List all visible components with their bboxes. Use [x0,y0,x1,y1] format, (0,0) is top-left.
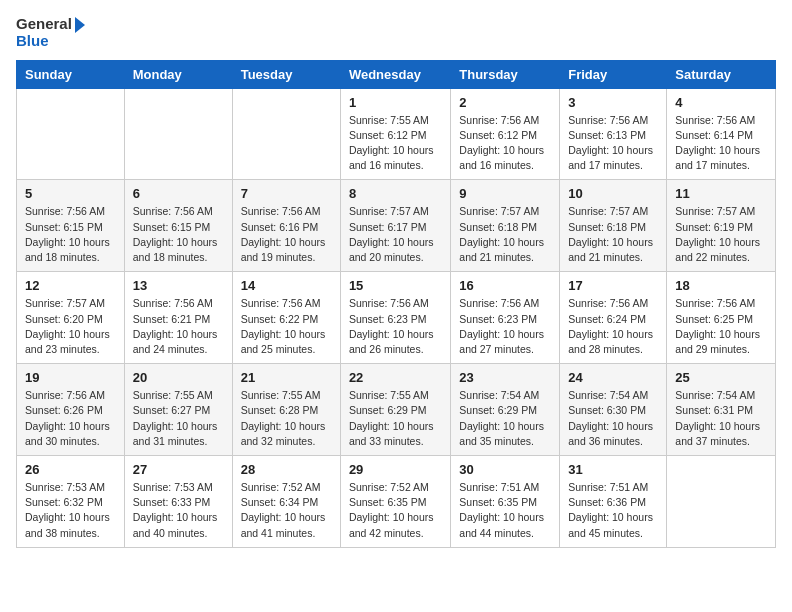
day-number: 21 [241,370,332,385]
day-number: 15 [349,278,442,293]
col-header-sunday: Sunday [17,60,125,88]
day-info: Sunrise: 7:51 AMSunset: 6:36 PMDaylight:… [568,480,658,541]
day-info: Sunrise: 7:53 AMSunset: 6:33 PMDaylight:… [133,480,224,541]
col-header-wednesday: Wednesday [340,60,450,88]
day-info: Sunrise: 7:56 AMSunset: 6:24 PMDaylight:… [568,296,658,357]
day-number: 5 [25,186,116,201]
logo-arrow-icon [75,17,85,33]
calendar-cell: 29Sunrise: 7:52 AMSunset: 6:35 PMDayligh… [340,456,450,548]
page-header: General Blue [16,16,776,50]
calendar-cell [124,88,232,180]
day-number: 31 [568,462,658,477]
day-number: 20 [133,370,224,385]
calendar-cell: 13Sunrise: 7:56 AMSunset: 6:21 PMDayligh… [124,272,232,364]
day-info: Sunrise: 7:55 AMSunset: 6:28 PMDaylight:… [241,388,332,449]
calendar-header-row: SundayMondayTuesdayWednesdayThursdayFrid… [17,60,776,88]
calendar-cell: 20Sunrise: 7:55 AMSunset: 6:27 PMDayligh… [124,364,232,456]
col-header-tuesday: Tuesday [232,60,340,88]
calendar-week-row: 12Sunrise: 7:57 AMSunset: 6:20 PMDayligh… [17,272,776,364]
day-info: Sunrise: 7:57 AMSunset: 6:17 PMDaylight:… [349,204,442,265]
day-number: 7 [241,186,332,201]
day-number: 19 [25,370,116,385]
calendar-cell: 16Sunrise: 7:56 AMSunset: 6:23 PMDayligh… [451,272,560,364]
calendar-cell: 23Sunrise: 7:54 AMSunset: 6:29 PMDayligh… [451,364,560,456]
col-header-monday: Monday [124,60,232,88]
day-number: 9 [459,186,551,201]
day-info: Sunrise: 7:52 AMSunset: 6:34 PMDaylight:… [241,480,332,541]
calendar-cell: 18Sunrise: 7:56 AMSunset: 6:25 PMDayligh… [667,272,776,364]
col-header-thursday: Thursday [451,60,560,88]
day-number: 26 [25,462,116,477]
calendar-cell: 24Sunrise: 7:54 AMSunset: 6:30 PMDayligh… [560,364,667,456]
calendar-cell: 11Sunrise: 7:57 AMSunset: 6:19 PMDayligh… [667,180,776,272]
calendar-cell: 28Sunrise: 7:52 AMSunset: 6:34 PMDayligh… [232,456,340,548]
calendar-cell [17,88,125,180]
logo: General Blue [16,16,85,50]
calendar-week-row: 19Sunrise: 7:56 AMSunset: 6:26 PMDayligh… [17,364,776,456]
day-info: Sunrise: 7:54 AMSunset: 6:30 PMDaylight:… [568,388,658,449]
calendar-cell: 9Sunrise: 7:57 AMSunset: 6:18 PMDaylight… [451,180,560,272]
day-info: Sunrise: 7:56 AMSunset: 6:25 PMDaylight:… [675,296,767,357]
col-header-friday: Friday [560,60,667,88]
calendar-week-row: 26Sunrise: 7:53 AMSunset: 6:32 PMDayligh… [17,456,776,548]
day-info: Sunrise: 7:56 AMSunset: 6:15 PMDaylight:… [25,204,116,265]
day-info: Sunrise: 7:56 AMSunset: 6:13 PMDaylight:… [568,113,658,174]
logo-text: General Blue [16,16,85,50]
day-info: Sunrise: 7:55 AMSunset: 6:27 PMDaylight:… [133,388,224,449]
calendar-cell: 1Sunrise: 7:55 AMSunset: 6:12 PMDaylight… [340,88,450,180]
day-number: 14 [241,278,332,293]
day-number: 25 [675,370,767,385]
day-number: 12 [25,278,116,293]
calendar-cell: 10Sunrise: 7:57 AMSunset: 6:18 PMDayligh… [560,180,667,272]
day-info: Sunrise: 7:56 AMSunset: 6:16 PMDaylight:… [241,204,332,265]
day-info: Sunrise: 7:56 AMSunset: 6:26 PMDaylight:… [25,388,116,449]
day-info: Sunrise: 7:54 AMSunset: 6:29 PMDaylight:… [459,388,551,449]
day-number: 8 [349,186,442,201]
calendar-cell [232,88,340,180]
calendar-cell: 12Sunrise: 7:57 AMSunset: 6:20 PMDayligh… [17,272,125,364]
calendar-cell: 31Sunrise: 7:51 AMSunset: 6:36 PMDayligh… [560,456,667,548]
day-number: 17 [568,278,658,293]
day-info: Sunrise: 7:55 AMSunset: 6:12 PMDaylight:… [349,113,442,174]
day-info: Sunrise: 7:57 AMSunset: 6:18 PMDaylight:… [568,204,658,265]
day-number: 10 [568,186,658,201]
calendar-cell: 19Sunrise: 7:56 AMSunset: 6:26 PMDayligh… [17,364,125,456]
calendar-cell: 25Sunrise: 7:54 AMSunset: 6:31 PMDayligh… [667,364,776,456]
calendar-cell: 26Sunrise: 7:53 AMSunset: 6:32 PMDayligh… [17,456,125,548]
day-info: Sunrise: 7:56 AMSunset: 6:14 PMDaylight:… [675,113,767,174]
day-info: Sunrise: 7:56 AMSunset: 6:12 PMDaylight:… [459,113,551,174]
calendar-cell [667,456,776,548]
day-info: Sunrise: 7:57 AMSunset: 6:19 PMDaylight:… [675,204,767,265]
day-info: Sunrise: 7:53 AMSunset: 6:32 PMDaylight:… [25,480,116,541]
day-number: 28 [241,462,332,477]
day-info: Sunrise: 7:56 AMSunset: 6:21 PMDaylight:… [133,296,224,357]
calendar-cell: 27Sunrise: 7:53 AMSunset: 6:33 PMDayligh… [124,456,232,548]
calendar-cell: 4Sunrise: 7:56 AMSunset: 6:14 PMDaylight… [667,88,776,180]
calendar-cell: 6Sunrise: 7:56 AMSunset: 6:15 PMDaylight… [124,180,232,272]
day-info: Sunrise: 7:55 AMSunset: 6:29 PMDaylight:… [349,388,442,449]
day-info: Sunrise: 7:51 AMSunset: 6:35 PMDaylight:… [459,480,551,541]
day-number: 4 [675,95,767,110]
day-number: 30 [459,462,551,477]
calendar-week-row: 1Sunrise: 7:55 AMSunset: 6:12 PMDaylight… [17,88,776,180]
day-number: 18 [675,278,767,293]
calendar-cell: 14Sunrise: 7:56 AMSunset: 6:22 PMDayligh… [232,272,340,364]
day-number: 3 [568,95,658,110]
calendar-cell: 21Sunrise: 7:55 AMSunset: 6:28 PMDayligh… [232,364,340,456]
col-header-saturday: Saturday [667,60,776,88]
day-number: 11 [675,186,767,201]
day-number: 27 [133,462,224,477]
day-info: Sunrise: 7:52 AMSunset: 6:35 PMDaylight:… [349,480,442,541]
calendar-cell: 3Sunrise: 7:56 AMSunset: 6:13 PMDaylight… [560,88,667,180]
day-info: Sunrise: 7:57 AMSunset: 6:18 PMDaylight:… [459,204,551,265]
calendar-cell: 30Sunrise: 7:51 AMSunset: 6:35 PMDayligh… [451,456,560,548]
calendar-week-row: 5Sunrise: 7:56 AMSunset: 6:15 PMDaylight… [17,180,776,272]
day-number: 16 [459,278,551,293]
calendar-cell: 17Sunrise: 7:56 AMSunset: 6:24 PMDayligh… [560,272,667,364]
day-info: Sunrise: 7:56 AMSunset: 6:15 PMDaylight:… [133,204,224,265]
day-number: 29 [349,462,442,477]
day-number: 13 [133,278,224,293]
day-number: 2 [459,95,551,110]
calendar-cell: 7Sunrise: 7:56 AMSunset: 6:16 PMDaylight… [232,180,340,272]
day-info: Sunrise: 7:54 AMSunset: 6:31 PMDaylight:… [675,388,767,449]
